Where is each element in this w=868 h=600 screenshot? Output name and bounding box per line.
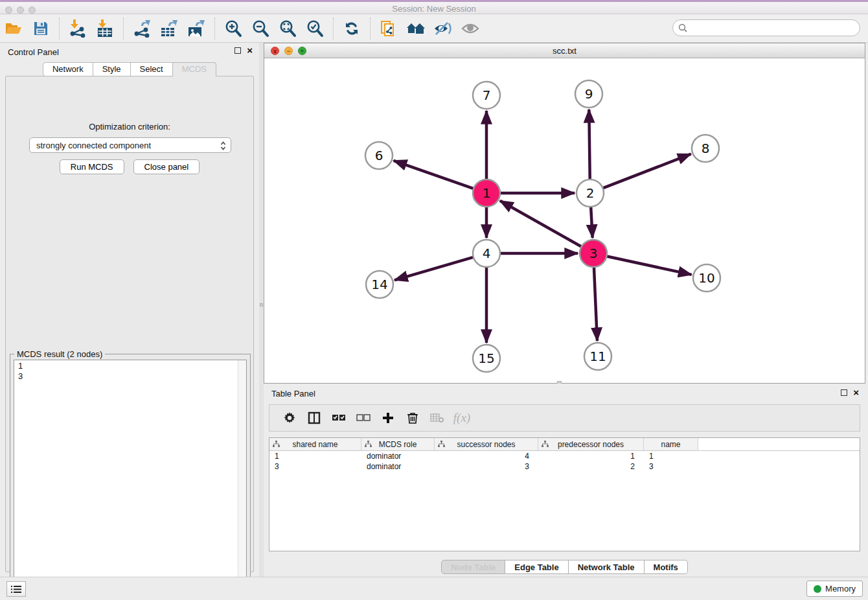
tab-network[interactable]: Network: [43, 62, 93, 76]
sort-icon[interactable]: [438, 441, 445, 450]
task-history-button[interactable]: [6, 581, 26, 597]
column-label: shared name: [292, 440, 337, 449]
clone-network-icon[interactable]: [378, 18, 400, 39]
toolbar-separator: [123, 17, 124, 40]
graph-edge-3-1[interactable]: [500, 201, 582, 247]
control-panel: Control Panel × Network Style Select MCD…: [0, 43, 259, 577]
column-layout-icon[interactable]: [304, 408, 324, 428]
graph-edge-4-14[interactable]: [394, 257, 474, 280]
mcds-result-list[interactable]: 1 3: [14, 360, 247, 599]
graph-edge-2-9[interactable]: [589, 110, 589, 179]
main-toolbar: [0, 14, 868, 43]
app-title: Session: New Session: [0, 4, 868, 14]
sort-icon[interactable]: [365, 441, 372, 450]
memory-status-icon: [814, 585, 821, 593]
function-builder-icon[interactable]: f(x): [452, 408, 472, 428]
sort-icon[interactable]: [273, 441, 280, 450]
export-table-icon[interactable]: [158, 18, 180, 39]
graph-edge-2-3[interactable]: [591, 207, 593, 238]
table-close-panel-icon[interactable]: ×: [853, 389, 859, 396]
search-icon: [678, 23, 687, 34]
table-toolbar: f(x): [269, 404, 860, 432]
refresh-icon[interactable]: [341, 18, 363, 39]
delete-column-icon[interactable]: [403, 408, 422, 428]
import-table-icon[interactable]: [94, 18, 116, 39]
network-canvas[interactable]: 7968124314101511: [265, 58, 864, 382]
search-input[interactable]: [672, 19, 860, 36]
vertical-splitter[interactable]: [259, 43, 264, 577]
zoom-out-icon[interactable]: [249, 18, 271, 39]
add-column-icon[interactable]: [378, 408, 398, 428]
delete-table-icon[interactable]: [428, 408, 447, 428]
tab-network-table[interactable]: Network Table: [569, 560, 645, 574]
graph-node-label: 2: [586, 185, 595, 201]
tab-select[interactable]: Select: [131, 62, 173, 76]
toolbar-separator: [333, 17, 334, 40]
home-icon[interactable]: [405, 18, 427, 39]
sort-icon[interactable]: [542, 441, 549, 450]
status-bar: Memory: [0, 577, 868, 600]
table-row[interactable]: 1 dominator 4 1 1: [269, 451, 860, 461]
mcds-result-group: MCDS result (2 nodes) 1 3: [10, 354, 251, 600]
float-panel-icon[interactable]: [234, 47, 241, 54]
tab-style[interactable]: Style: [93, 62, 131, 76]
cell-shared-name: 1: [269, 451, 361, 461]
deselect-all-checkbox-icon[interactable]: [354, 408, 373, 428]
mcds-panel-body: Optimization criterion: strongly connect…: [5, 76, 254, 572]
graph-node-label: 8: [702, 141, 710, 156]
column-header-name[interactable]: name: [644, 438, 698, 450]
column-header-successor-nodes[interactable]: successor nodes: [435, 438, 538, 450]
result-scrollbar[interactable]: [238, 360, 246, 598]
tab-node-table[interactable]: Node Table: [441, 560, 505, 574]
hide-panel-eye-icon[interactable]: [432, 18, 454, 39]
graph-node-label: 15: [478, 351, 494, 366]
cell-predecessor-nodes: 2: [538, 461, 644, 472]
network-graph[interactable]: 7968124314101511: [265, 58, 864, 382]
zoom-fit-icon[interactable]: [277, 18, 299, 39]
memory-button[interactable]: Memory: [806, 581, 863, 597]
memory-label: Memory: [825, 584, 856, 594]
search-container: [672, 19, 860, 36]
mcds-result-item: 1: [14, 360, 246, 371]
tab-motifs[interactable]: Motifs: [645, 560, 688, 574]
export-image-icon[interactable]: [185, 18, 207, 39]
close-panel-icon[interactable]: ×: [247, 47, 253, 54]
zoom-in-icon[interactable]: [222, 18, 244, 39]
cell-name: 3: [644, 461, 698, 472]
network-window-titlebar[interactable]: x − + scc.txt: [264, 43, 865, 58]
tab-mcds[interactable]: MCDS: [173, 62, 216, 76]
column-header-mcds-role[interactable]: MCDS role: [361, 438, 435, 450]
graph-edge-1-6[interactable]: [394, 161, 474, 189]
graph-node-label: 14: [371, 277, 387, 292]
mcds-result-item: 3: [14, 371, 246, 381]
graph-edge-2-8[interactable]: [603, 154, 691, 189]
save-session-icon[interactable]: [30, 18, 52, 39]
select-all-checkbox-icon[interactable]: [329, 408, 348, 428]
cell-predecessor-nodes: 1: [538, 451, 644, 461]
graph-node-label: 4: [483, 246, 491, 261]
table-float-panel-icon[interactable]: [841, 389, 847, 396]
cell-mcds-role: dominator: [361, 451, 435, 461]
close-panel-button[interactable]: Close panel: [133, 159, 200, 174]
open-session-icon[interactable]: [3, 18, 25, 39]
column-label: name: [661, 440, 680, 449]
tab-edge-table[interactable]: Edge Table: [505, 560, 568, 574]
list-icon: [11, 585, 21, 594]
run-mcds-button[interactable]: Run MCDS: [60, 159, 124, 174]
cell-shared-name: 3: [269, 461, 361, 472]
graph-edge-3-11[interactable]: [594, 267, 597, 341]
table-row[interactable]: 3 dominator 3 2 3: [269, 461, 860, 472]
graph-edge-3-10[interactable]: [607, 256, 692, 274]
show-panel-eye-icon[interactable]: [459, 18, 481, 39]
export-network-icon[interactable]: [131, 18, 153, 39]
table-panel-title: Table Panel: [271, 389, 315, 398]
import-network-icon[interactable]: [67, 18, 89, 39]
optimization-criterion-dropdown[interactable]: strongly connected component: [29, 137, 231, 153]
column-header-predecessor-nodes[interactable]: predecessor nodes: [538, 438, 644, 450]
graph-node-label: 6: [375, 148, 383, 163]
dropdown-value: strongly connected component: [36, 141, 151, 150]
column-header-shared-name[interactable]: shared name: [269, 438, 361, 450]
zoom-selected-icon[interactable]: [304, 18, 326, 39]
gear-icon[interactable]: [280, 408, 299, 428]
mcds-result-title: MCDS result (2 nodes): [14, 349, 105, 359]
